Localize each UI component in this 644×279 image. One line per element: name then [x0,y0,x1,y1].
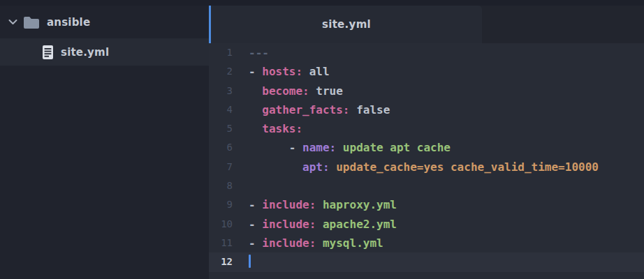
line-content: - include: mysql.yml [233,234,383,252]
code-line[interactable]: 1--- [209,43,644,62]
file-explorer-sidebar: ansible site.yml [0,6,209,279]
line-number: 1 [209,43,233,62]
code-line[interactable]: 7 apt: update_cache=yes cache_valid_time… [209,158,644,176]
line-content: - name: update apt cache [233,138,451,157]
line-number: 6 [209,138,233,157]
line-content [233,176,249,195]
code-line[interactable]: 4 gather_facts: false [209,100,644,119]
line-content: gather_facts: false [233,100,390,119]
line-content: become: true [233,82,343,100]
folder-icon [23,15,40,29]
file-label: site.yml [61,46,109,59]
file-document-icon [42,45,54,60]
code-line[interactable]: 6 - name: update apt cache [209,138,644,157]
code-line[interactable]: 8 [209,176,644,195]
sidebar-item-ansible-folder[interactable]: ansible [0,6,209,38]
tab-bar: site.yml [209,6,644,43]
line-number: 8 [209,176,233,195]
tab-site-yml[interactable]: site.yml [209,6,482,43]
code-line[interactable]: 10- include: apache2.yml [209,215,644,234]
code-line[interactable]: 2- hosts: all [209,62,644,81]
line-content [233,252,251,271]
code-line[interactable]: 3 become: true [209,82,644,100]
text-cursor [249,255,251,268]
code-area[interactable]: 1---2- hosts: all3 become: true4 gather_… [209,43,644,279]
line-number: 3 [209,82,233,100]
chevron-down-icon[interactable] [8,19,17,25]
line-content: - include: apache2.yml [233,215,397,234]
code-line[interactable]: 5 tasks: [209,119,644,138]
editor-pane: site.yml 1---2- hosts: all3 become: true… [209,6,644,279]
line-number: 7 [209,158,233,176]
code-line[interactable]: 9- include: haproxy.yml [209,195,644,214]
line-number: 4 [209,100,233,119]
line-number: 11 [209,234,233,252]
line-number: 10 [209,215,233,234]
code-editor-window: ansible site.yml site.yml 1---2- hosts: … [0,6,644,279]
line-content: - hosts: all [233,62,330,81]
folder-label: ansible [47,16,90,29]
sidebar-item-site-yml[interactable]: site.yml [0,38,209,66]
line-content: --- [233,43,269,62]
tab-label: site.yml [322,18,371,31]
code-line[interactable]: 12 [209,252,644,271]
line-number: 2 [209,62,233,81]
code-line[interactable]: 11- include: mysql.yml [209,234,644,252]
line-number: 9 [209,195,233,214]
line-content: - include: haproxy.yml [233,195,397,214]
line-number: 5 [209,119,233,138]
line-content: tasks: [233,119,302,138]
line-number: 12 [209,252,233,271]
line-content: apt: update_cache=yes cache_valid_time=1… [233,158,599,176]
